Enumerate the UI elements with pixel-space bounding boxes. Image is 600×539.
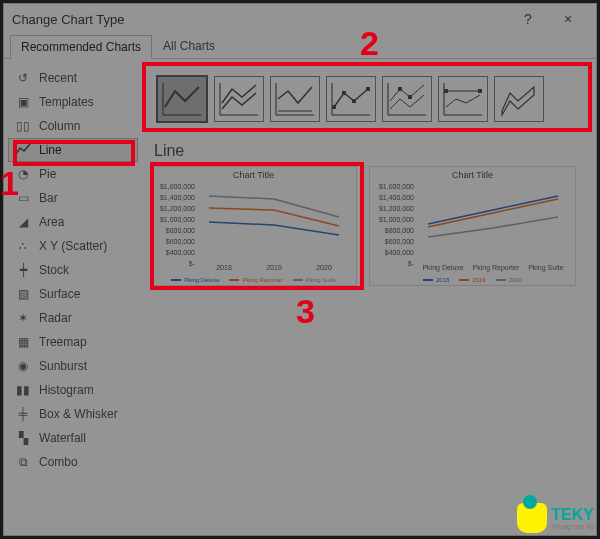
subtype-stacked-line[interactable] [214,76,264,122]
subtype-line-markers[interactable] [326,76,376,122]
sidebar-item-recent[interactable]: ↺ Recent [8,66,138,90]
subtype-100-stacked-line[interactable] [270,76,320,122]
change-chart-type-dialog: Change Chart Type ? × Recommended Charts… [3,3,597,536]
sidebar-item-waterfall[interactable]: ▚ Waterfall [8,426,138,450]
sidebar-item-label: Box & Whisker [39,407,118,421]
chart-preview-2[interactable]: Chart Title $1,600,000 $1,400,000 $1,200… [369,166,576,286]
close-button[interactable]: × [548,11,588,27]
preview-legend: Pking Deluxe Pking Reporter Pking Suite [151,277,356,283]
sidebar-item-area[interactable]: ◢ Area [8,210,138,234]
sidebar-item-box-whisker[interactable]: ╪ Box & Whisker [8,402,138,426]
preview-y-axis: $1,600,000 $1,400,000 $1,200,000 $1,000,… [374,183,414,267]
templates-icon: ▣ [15,94,31,110]
svg-rect-2 [352,99,356,103]
waterfall-icon: ▚ [15,430,31,446]
sidebar-item-templates[interactable]: ▣ Templates [8,90,138,114]
sidebar-item-label: X Y (Scatter) [39,239,107,253]
area-chart-icon: ◢ [15,214,31,230]
sidebar-item-line[interactable]: Line [8,138,138,162]
treemap-icon: ▦ [15,334,31,350]
sidebar-item-label: Combo [39,455,78,469]
tab-all-charts[interactable]: All Charts [152,34,226,58]
subtype-stacked-line-markers[interactable] [382,76,432,122]
tab-recommended-charts[interactable]: Recommended Charts [10,35,152,59]
svg-rect-4 [398,87,402,91]
sidebar-item-stock[interactable]: ┿ Stock [8,258,138,282]
sidebar-item-label: Treemap [39,335,87,349]
subtype-100-stacked-line-markers[interactable] [438,76,488,122]
pie-chart-icon: ◔ [15,166,31,182]
sidebar-item-surface[interactable]: ▧ Surface [8,282,138,306]
sidebar-item-column[interactable]: ▯▯ Column [8,114,138,138]
sidebar-item-radar[interactable]: ✶ Radar [8,306,138,330]
subtype-line[interactable] [156,75,208,123]
sidebar-item-label: Bar [39,191,58,205]
surface-chart-icon: ▧ [15,286,31,302]
recent-icon: ↺ [15,70,31,86]
preview-title: Chart Title [151,170,356,180]
dialog-title: Change Chart Type [12,12,125,27]
svg-rect-1 [342,91,346,95]
subtype-3d-line[interactable] [494,76,544,122]
sunburst-icon: ◉ [15,358,31,374]
bar-chart-icon: ▭ [15,190,31,206]
stock-chart-icon: ┿ [15,262,31,278]
preview-title: Chart Title [370,170,575,180]
preview-legend: 2018 2019 2020 [370,277,575,283]
line-chart-icon [15,142,31,158]
sidebar-item-label: Stock [39,263,69,277]
preview-y-axis: $1,600,000 $1,400,000 $1,200,000 $1,000,… [155,183,195,267]
chart-preview-1[interactable]: Chart Title $1,600,000 $1,400,000 $1,200… [150,166,357,286]
preview-plot [418,182,568,260]
svg-rect-6 [444,89,448,93]
preview-x-axis: 2018 2019 2020 [199,264,349,271]
sidebar-item-treemap[interactable]: ▦ Treemap [8,330,138,354]
sidebar-item-sunburst[interactable]: ◉ Sunburst [8,354,138,378]
svg-marker-8 [502,87,534,115]
line-subtype-row [150,66,588,132]
combo-chart-icon: ⧉ [15,454,31,470]
tab-strip: Recommended Charts All Charts [4,34,596,59]
sidebar-item-label: Sunburst [39,359,87,373]
histogram-icon: ▮▮ [15,382,31,398]
sidebar-item-label: Surface [39,287,80,301]
scatter-chart-icon: ∴ [15,238,31,254]
sidebar-item-combo[interactable]: ⧉ Combo [8,450,138,474]
sidebar-item-label: Templates [39,95,94,109]
radar-chart-icon: ✶ [15,310,31,326]
chart-category-sidebar: ↺ Recent ▣ Templates ▯▯ Column Line ◔ Pi… [4,60,142,535]
sidebar-item-label: Waterfall [39,431,86,445]
sidebar-item-label: Pie [39,167,56,181]
sidebar-item-label: Line [39,143,62,157]
titlebar: Change Chart Type ? × [4,4,596,34]
sidebar-item-histogram[interactable]: ▮▮ Histogram [8,378,138,402]
svg-rect-0 [332,105,336,109]
svg-rect-5 [408,95,412,99]
sidebar-item-label: Column [39,119,80,133]
svg-rect-3 [366,87,370,91]
sidebar-item-label: Radar [39,311,72,325]
svg-rect-7 [478,89,482,93]
preview-x-axis: Pking Deluxe Pking Reporter Pking Suite [418,264,568,271]
help-button[interactable]: ? [508,11,548,27]
sidebar-item-label: Area [39,215,64,229]
sidebar-item-scatter[interactable]: ∴ X Y (Scatter) [8,234,138,258]
main-panel: Line Chart Title $1,600,000 $1,400,000 $… [142,60,596,535]
sidebar-item-label: Recent [39,71,77,85]
tab-label: Recommended Charts [21,40,141,54]
sidebar-item-label: Histogram [39,383,94,397]
sidebar-item-bar[interactable]: ▭ Bar [8,186,138,210]
selected-subtype-heading: Line [154,142,588,160]
preview-plot [199,182,349,260]
column-chart-icon: ▯▯ [15,118,31,134]
tab-label: All Charts [163,39,215,53]
sidebar-item-pie[interactable]: ◔ Pie [8,162,138,186]
box-whisker-icon: ╪ [15,406,31,422]
